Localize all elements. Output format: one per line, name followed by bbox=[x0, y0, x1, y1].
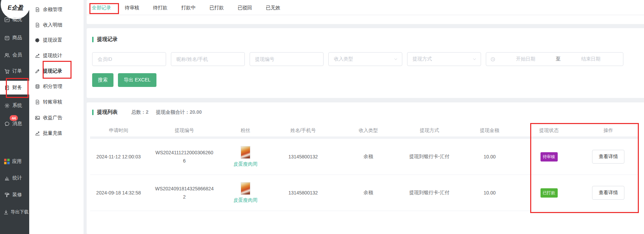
fan-nickname-link[interactable]: 皮蛋瘦肉周 bbox=[233, 197, 258, 203]
col-header-applied-time: 申请时间 bbox=[90, 127, 147, 134]
submenu-item-label: 收入明细 bbox=[43, 22, 62, 28]
sidebar-item-label: 财务 bbox=[12, 85, 22, 91]
tab-all-records[interactable]: 全部记录 bbox=[92, 0, 111, 15]
cell-withdraw-no: WS20240918143258668242 bbox=[154, 185, 215, 201]
clock-icon bbox=[490, 57, 495, 62]
fan-nickname-link[interactable]: 皮蛋瘦肉周 bbox=[233, 161, 258, 167]
withdraw-method-select[interactable]: 提现方式 bbox=[407, 52, 481, 66]
finance-ledger-icon bbox=[4, 85, 10, 91]
decorate-roller-icon bbox=[4, 192, 10, 198]
start-date-placeholder: 开始日期 bbox=[498, 56, 554, 62]
tab-pending-review[interactable]: 待审核 bbox=[125, 0, 139, 15]
search-button[interactable]: 搜索 bbox=[92, 73, 113, 87]
tab-paying[interactable]: 打款中 bbox=[181, 0, 196, 15]
tab-pending-payment[interactable]: 待打款 bbox=[153, 0, 167, 15]
line-chart-icon bbox=[35, 53, 40, 58]
filter-section-title: 提现记录 bbox=[97, 36, 118, 43]
col-header-actions: 操作 bbox=[578, 127, 639, 134]
col-header-method: 提现方式 bbox=[400, 127, 459, 134]
stats-bars-icon bbox=[4, 175, 10, 181]
sidebar-item-label: 统计 bbox=[12, 175, 22, 181]
sidebar-item-system[interactable]: 系统 bbox=[0, 99, 29, 112]
member-id-input[interactable] bbox=[92, 52, 166, 66]
table-row: 2024-09-18 14:32:58 WS202409181432586682… bbox=[90, 175, 639, 211]
pen-icon bbox=[35, 68, 40, 74]
withdraw-table: 申请时间 提现编号 粉丝 姓名/手机号 收入类型 提现方式 提现金额 提现状态 … bbox=[90, 124, 639, 211]
cell-actions: 查看详情 bbox=[578, 150, 639, 164]
submenu-item-withdraw-settings[interactable]: 提现设置 bbox=[29, 34, 84, 46]
table-header-row: 申请时间 提现编号 粉丝 姓名/手机号 收入类型 提现方式 提现金额 提现状态 … bbox=[90, 124, 639, 139]
goods-bag-icon bbox=[4, 35, 10, 41]
sidebar-item-label: 导出下载 bbox=[11, 209, 29, 215]
sidebar-item-label: 系统 bbox=[12, 102, 22, 109]
sidebar-item-label: 商品 bbox=[12, 35, 22, 41]
sidebar-item-label: 装修 bbox=[12, 192, 22, 198]
end-date-placeholder: 结束日期 bbox=[563, 56, 619, 62]
cell-method: 提现到银行卡-汇付 bbox=[400, 154, 459, 160]
col-header-name-phone: 姓名/手机号 bbox=[269, 127, 337, 134]
sidebar-item-stats[interactable]: 统计 bbox=[0, 172, 29, 184]
table-row: 2024-11-12 12:00:03 WS202411121200030626… bbox=[90, 139, 639, 175]
sidebar-item-overview[interactable]: 概况 bbox=[0, 13, 29, 26]
export-download-icon bbox=[3, 209, 9, 215]
apps-grid-icon bbox=[4, 159, 10, 164]
submenu-item-label: 转账审核 bbox=[43, 99, 62, 105]
finance-submenu: 余额管理 收入明细 提现设置 提现统计 提现记录 积分管理 转账审核 收益广告 bbox=[29, 0, 84, 234]
submenu-item-balance-management[interactable]: 余额管理 bbox=[29, 3, 84, 16]
income-type-select[interactable]: 收入类型 bbox=[328, 52, 402, 66]
view-detail-button[interactable]: 查看详情 bbox=[592, 150, 624, 164]
submenu-item-revenue-ads[interactable]: 收益广告 bbox=[29, 112, 84, 124]
chevron-down-icon bbox=[472, 57, 477, 61]
document-icon bbox=[35, 7, 40, 12]
submenu-item-points-management[interactable]: 积分管理 bbox=[29, 80, 84, 93]
cell-applied-time: 2024-09-18 14:32:58 bbox=[90, 190, 147, 196]
status-tabbar-card: 全部记录 待审核 待打款 打款中 已打款 已驳回 已无效 bbox=[87, 0, 644, 24]
cell-applied-time: 2024-11-12 12:00:03 bbox=[90, 154, 147, 159]
document-icon bbox=[35, 22, 40, 28]
submenu-item-income-detail[interactable]: 收入明细 bbox=[29, 19, 84, 31]
view-detail-button[interactable]: 查看详情 bbox=[592, 186, 624, 200]
col-header-status: 提现状态 bbox=[520, 127, 578, 134]
sidebar-item-label: 会员 bbox=[12, 52, 22, 58]
cell-fan: 皮蛋瘦肉周 bbox=[222, 146, 269, 167]
tab-paid[interactable]: 已打款 bbox=[209, 0, 224, 15]
withdraw-method-placeholder: 提现方式 bbox=[413, 56, 432, 62]
fan-avatar[interactable] bbox=[241, 182, 250, 195]
submenu-item-label: 收益广告 bbox=[43, 115, 62, 121]
submenu-item-withdraw-records[interactable]: 提现记录 bbox=[29, 65, 84, 77]
cell-status: 待审核 bbox=[520, 152, 578, 161]
cell-income-type: 余额 bbox=[337, 154, 400, 160]
submenu-item-withdraw-stats[interactable]: 提现统计 bbox=[29, 49, 84, 62]
export-excel-button[interactable]: 导出 EXCEL bbox=[118, 73, 156, 87]
date-range-separator: 至 bbox=[556, 56, 561, 62]
sidebar-item-members[interactable]: 会员 bbox=[0, 49, 29, 61]
tab-invalid[interactable]: 已无效 bbox=[266, 0, 280, 15]
nickname-name-phone-input[interactable] bbox=[171, 52, 245, 66]
tab-rejected[interactable]: 已驳回 bbox=[238, 0, 252, 15]
fan-avatar[interactable] bbox=[241, 146, 250, 159]
sidebar-item-finance[interactable]: 财务 bbox=[0, 81, 29, 94]
brand-logo-text: E企盈 bbox=[8, 4, 23, 12]
sidebar-item-decorate[interactable]: 装修 bbox=[0, 189, 29, 201]
sidebar-item-goods[interactable]: 商品 bbox=[0, 32, 29, 44]
cell-method: 提现到银行卡-汇付 bbox=[400, 190, 459, 196]
status-tabs: 全部记录 待审核 待打款 打款中 已打款 已驳回 已无效 bbox=[87, 0, 644, 15]
withdraw-records-filter-card: 提现记录 收入类型 提现方式 开始日期 至 结束日期 bbox=[87, 28, 644, 98]
message-count-badge: 44 bbox=[10, 115, 18, 121]
submenu-item-label: 批量充值 bbox=[43, 130, 62, 136]
cell-name-phone: 13145800132 bbox=[269, 190, 337, 196]
sidebar-item-messages[interactable]: 消息 44 bbox=[0, 118, 29, 130]
image-ad-icon bbox=[35, 115, 40, 121]
cell-amount: 10.00 bbox=[459, 154, 520, 159]
withdraw-list-card: 提现列表 总数：2 提现金额合计：20.00 申请时间 提现编号 粉丝 姓名/手… bbox=[87, 102, 644, 234]
filter-fields-row: 收入类型 提现方式 开始日期 至 结束日期 bbox=[92, 52, 623, 66]
withdraw-no-input[interactable] bbox=[250, 52, 324, 66]
submenu-item-label: 提现记录 bbox=[43, 68, 62, 74]
sidebar-item-orders[interactable]: 订单 bbox=[0, 65, 29, 77]
document-icon bbox=[35, 99, 40, 105]
sidebar-item-apps[interactable]: 应用 bbox=[0, 155, 29, 168]
submenu-item-batch-recharge[interactable]: 批量充值 bbox=[29, 127, 84, 140]
date-range-picker[interactable]: 开始日期 至 结束日期 bbox=[486, 52, 623, 66]
sidebar-item-export-download[interactable]: 导出下载 bbox=[0, 206, 29, 218]
submenu-item-transfer-review[interactable]: 转账审核 bbox=[29, 96, 84, 108]
